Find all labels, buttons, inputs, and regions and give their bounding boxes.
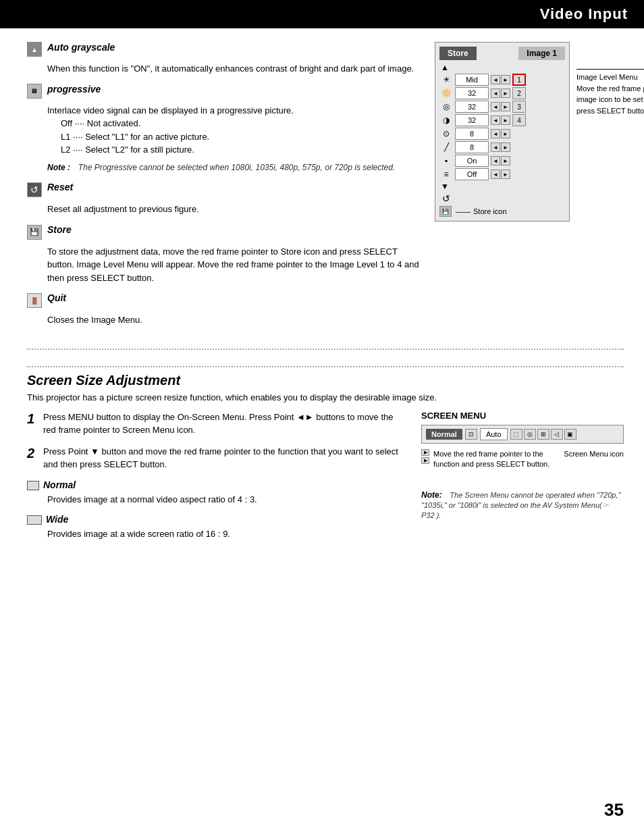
wide-body: Provides image at a wide screen ratio of… xyxy=(47,527,401,541)
normal-title: Normal xyxy=(43,479,76,490)
ssa-note: Note: The Screen Menu cannot be operated… xyxy=(421,490,624,520)
auto-grayscale-body: When this function is "ON", it automatic… xyxy=(47,62,421,76)
page-header: Video Input xyxy=(0,0,644,28)
step-2: 2 Press Point ▼ button and move the red … xyxy=(27,445,401,471)
store-icon-small: 💾 xyxy=(439,206,452,217)
ssa-right: SCREEN MENU Normal ⊡ Auto ⬚ ◎ ⊞ ◁ ▣ xyxy=(421,411,624,549)
row8-right-arrow[interactable]: ► xyxy=(501,170,510,179)
row6-arrows: ◄ ► xyxy=(491,142,510,152)
row7-right-arrow[interactable]: ► xyxy=(501,156,510,165)
row2-num: 2 xyxy=(512,87,526,99)
ssa-note-label: Note: xyxy=(421,490,442,500)
progressive-item-1: Off ···· Not activated. xyxy=(61,117,421,130)
store-label-area: 💾 —— Store icon xyxy=(439,206,565,217)
row5-icon: ⊙ xyxy=(439,128,453,140)
row3-right-arrow[interactable]: ► xyxy=(501,102,510,111)
progressive-item-3: L2 ···· Select "L2" for a still picture. xyxy=(61,143,421,157)
progressive-body: Interlace video signal can be displayed … xyxy=(47,104,421,174)
screen-menu-icon-note: Screen Menu icon xyxy=(564,449,624,470)
ssa-title: Screen Size Adjustment xyxy=(27,373,624,388)
normal-body: Provides image at a normal video aspect … xyxy=(47,493,401,506)
row4-left-arrow[interactable]: ◄ xyxy=(491,115,500,125)
menu-row-6: ╱ 8 ◄ ► xyxy=(439,141,565,153)
menu-header-image: Image 1 xyxy=(518,47,565,60)
sm-icons-group: ⬚ ◎ ⊞ ◁ ▣ xyxy=(510,429,576,440)
ssa-note-text: The Screen Menu cannot be operated when … xyxy=(421,491,620,519)
menu-row-7: ▪ On ◄ ► xyxy=(439,155,565,167)
menu-row-4: ◑ 32 ◄ ► 4 xyxy=(439,114,565,126)
row1-arrows: ◄ ► xyxy=(491,75,510,84)
step-1-num: 1 xyxy=(27,411,38,437)
row2-right-arrow[interactable]: ► xyxy=(501,88,510,98)
menu-header: Store Image 1 xyxy=(439,47,565,60)
sm-icon-3: ◎ xyxy=(524,429,536,440)
row4-right-arrow[interactable]: ► xyxy=(501,115,510,125)
row3-icon: ◎ xyxy=(439,101,453,113)
wide-title: Wide xyxy=(46,514,68,525)
progressive-title: progressive xyxy=(47,84,101,95)
sm-auto: Auto xyxy=(480,428,508,440)
sm-icon-2: ⬚ xyxy=(510,429,522,440)
row5-left-arrow[interactable]: ◄ xyxy=(491,129,500,138)
row6-right-arrow[interactable]: ► xyxy=(501,142,510,152)
quit-body: Closes the Image Menu. xyxy=(47,313,421,327)
sm-icon-1: ⊡ xyxy=(465,429,477,440)
row6-value: 8 xyxy=(455,141,489,153)
progressive-note: Note : The Progressive cannot be selecte… xyxy=(47,161,421,174)
reset-title: Reset xyxy=(47,182,73,192)
menu-down-arrow: ▼ xyxy=(439,182,565,191)
row1-icon: ☀ xyxy=(439,74,453,86)
row7-value: On xyxy=(455,155,489,167)
upper-section: ▲ Auto grayscale When this function is "… xyxy=(27,42,624,335)
row1-right-arrow[interactable]: ► xyxy=(501,75,510,84)
page-number: 35 xyxy=(604,800,624,820)
sm-arr-1: ▶ xyxy=(421,449,429,456)
image-level-menu: Store Image 1 ▲ ☀ Mid ◄ ► xyxy=(435,42,570,221)
sm-icon-5: ◁ xyxy=(551,429,563,440)
row2-icon: 🔆 xyxy=(439,87,453,99)
store-icon-label: Store icon xyxy=(473,207,507,215)
menu-reset-icon: ↺ xyxy=(439,192,453,205)
wide-icon xyxy=(27,515,42,525)
diagram-note: Image Level MenuMove the red frame point… xyxy=(576,69,644,116)
row4-icon: ◑ xyxy=(439,114,453,126)
quit-title: Quit xyxy=(47,292,66,303)
row2-left-arrow[interactable]: ◄ xyxy=(491,88,500,98)
row4-arrows: ◄ ► xyxy=(491,115,510,125)
menu-row-2: 🔆 32 ◄ ► 2 xyxy=(439,87,565,99)
progressive-icon: ▤ xyxy=(27,84,42,99)
screen-menu-title: SCREEN MENU xyxy=(421,411,624,421)
diagram-note-text: Image Level MenuMove the red frame point… xyxy=(576,73,644,115)
sm-arr-2: ▶ xyxy=(421,457,429,464)
screen-size-adjustment: Screen Size Adjustment This projector ha… xyxy=(27,348,624,549)
sm-icon-4: ⊞ xyxy=(537,429,549,440)
diagram-container: Store Image 1 ▲ ☀ Mid ◄ ► xyxy=(435,42,570,221)
reset-body: Reset all adjustment to previous figure. xyxy=(47,203,421,216)
reset-section: ↺ Reset xyxy=(27,182,421,197)
row7-icon: ▪ xyxy=(439,155,453,167)
progressive-section: ▤ progressive xyxy=(27,84,421,99)
menu-row-5: ⊙ 8 ◄ ► xyxy=(439,128,565,140)
row1-num: 1 xyxy=(512,74,526,86)
store-section: 💾 Store xyxy=(27,224,421,240)
row1-left-arrow[interactable]: ◄ xyxy=(491,75,500,84)
screen-menu-box: Normal ⊡ Auto ⬚ ◎ ⊞ ◁ ▣ xyxy=(421,425,624,444)
store-icon: 💾 xyxy=(27,225,42,240)
step-1: 1 Press MENU button to display the On-Sc… xyxy=(27,411,401,437)
row4-value: 32 xyxy=(455,114,489,126)
row6-left-arrow[interactable]: ◄ xyxy=(491,142,500,152)
step-1-text: Press MENU button to display the On-Scre… xyxy=(43,411,401,437)
wide-section: Wide xyxy=(27,514,401,525)
row5-value: 8 xyxy=(455,128,489,140)
menu-row-1: ☀ Mid ◄ ► 1 xyxy=(439,74,565,86)
row7-arrows: ◄ ► xyxy=(491,156,510,165)
menu-row-3: ◎ 32 ◄ ► 3 xyxy=(439,101,565,113)
screen-menu-note-text: Move the red frame pointer to the functi… xyxy=(433,449,560,470)
normal-icon xyxy=(27,481,39,490)
row8-left-arrow[interactable]: ◄ xyxy=(491,170,500,179)
row3-left-arrow[interactable]: ◄ xyxy=(491,102,500,111)
store-body: To store the adjustment data, move the r… xyxy=(47,245,421,285)
row7-left-arrow[interactable]: ◄ xyxy=(491,156,500,165)
row3-value: 32 xyxy=(455,101,489,113)
row5-right-arrow[interactable]: ► xyxy=(501,129,510,138)
